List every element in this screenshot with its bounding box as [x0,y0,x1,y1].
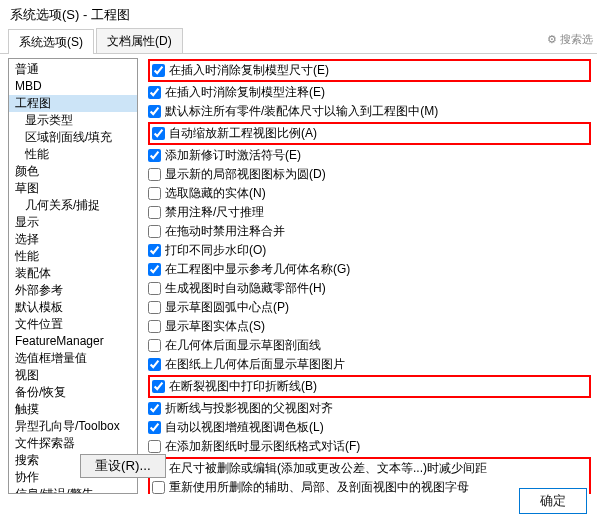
sidebar-item-6[interactable]: 颜色 [9,163,137,180]
sidebar-item-21[interactable]: 异型孔向导/Toolbox [9,418,137,435]
sidebar-item-1[interactable]: MBD [9,78,137,95]
option-checkbox-16[interactable] [152,380,165,393]
option-label-14: 在几何体后面显示草图剖面线 [165,337,321,354]
option-checkbox-18[interactable] [148,421,161,434]
option-label-18: 自动以视图增殖视图调色板(L) [165,419,324,436]
sidebar-item-5[interactable]: 性能 [9,146,137,163]
option-label-16: 在断裂视图中打印折断线(B) [169,378,317,395]
option-row-9: 打印不同步水印(O) [148,241,591,260]
option-row-3: 自动缩放新工程视图比例(A) [152,124,587,143]
option-label-12: 显示草图圆弧中心点(P) [165,299,289,316]
option-checkbox-14[interactable] [148,339,161,352]
option-checkbox-2[interactable] [148,105,161,118]
tab-doc-properties[interactable]: 文档属性(D) [96,28,183,53]
sidebar-item-22[interactable]: 文件探索器 [9,435,137,452]
ok-button[interactable]: 确定 [519,488,587,514]
option-label-2: 默认标注所有零件/装配体尺寸以输入到工程图中(M) [165,103,438,120]
option-checkbox-19[interactable] [148,440,161,453]
option-checkbox-8[interactable] [148,225,161,238]
option-checkbox-9[interactable] [148,244,161,257]
option-label-17: 折断线与投影视图的父视图对齐 [165,400,333,417]
option-label-6: 选取隐藏的实体(N) [165,185,266,202]
option-row-13: 显示草图实体点(S) [148,317,591,336]
option-checkbox-4[interactable] [148,149,161,162]
option-label-20: 在尺寸被删除或编辑(添加或更改公差、文本等...)时减少间距 [169,460,487,477]
option-row-12: 显示草图圆弧中心点(P) [148,298,591,317]
option-row-2: 默认标注所有零件/装配体尺寸以输入到工程图中(M) [148,102,591,121]
sidebar-item-10[interactable]: 选择 [9,231,137,248]
sidebar-item-3[interactable]: 显示类型 [9,112,137,129]
window-title: 系统选项(S) - 工程图 [0,0,597,28]
options-panel: 在插入时消除复制模型尺寸(E)在插入时消除复制模型注释(E)默认标注所有零件/装… [138,54,597,494]
sidebar-item-18[interactable]: 视图 [9,367,137,384]
sidebar-item-11[interactable]: 性能 [9,248,137,265]
tab-system-options[interactable]: 系统选项(S) [8,29,94,54]
highlight-box-c: 在断裂视图中打印折断线(B) [148,375,591,398]
option-checkbox-12[interactable] [148,301,161,314]
option-row-14: 在几何体后面显示草图剖面线 [148,336,591,355]
category-tree: 普通MBD工程图显示类型区域剖面线/填充性能颜色草图几何关系/捕捉显示选择性能装… [8,58,138,494]
highlight-box-a: 在插入时消除复制模型尺寸(E) [148,59,591,82]
option-checkbox-13[interactable] [148,320,161,333]
option-label-13: 显示草图实体点(S) [165,318,265,335]
sidebar-item-2[interactable]: 工程图 [9,95,137,112]
sidebar-item-9[interactable]: 显示 [9,214,137,231]
option-label-21: 重新使用所删除的辅助、局部、及剖面视图中的视图字母 [169,479,469,494]
option-row-17: 折断线与投影视图的父视图对齐 [148,399,591,418]
option-checkbox-7[interactable] [148,206,161,219]
option-row-4: 添加新修订时激活符号(E) [148,146,591,165]
option-label-10: 在工程图中显示参考几何体名称(G) [165,261,350,278]
option-row-0: 在插入时消除复制模型尺寸(E) [152,61,587,80]
option-label-9: 打印不同步水印(O) [165,242,266,259]
option-row-11: 生成视图时自动隐藏零部件(H) [148,279,591,298]
sidebar-item-12[interactable]: 装配体 [9,265,137,282]
sidebar-item-7[interactable]: 草图 [9,180,137,197]
sidebar-item-0[interactable]: 普通 [9,61,137,78]
option-label-3: 自动缩放新工程视图比例(A) [169,125,317,142]
option-row-18: 自动以视图增殖视图调色板(L) [148,418,591,437]
sidebar-item-15[interactable]: 文件位置 [9,316,137,333]
option-row-10: 在工程图中显示参考几何体名称(G) [148,260,591,279]
option-row-5: 显示新的局部视图图标为圆(D) [148,165,591,184]
option-checkbox-6[interactable] [148,187,161,200]
option-checkbox-5[interactable] [148,168,161,181]
option-label-11: 生成视图时自动隐藏零部件(H) [165,280,326,297]
option-row-19: 在添加新图纸时显示图纸格式对话(F) [148,437,591,456]
search-hint[interactable]: 搜索选 [547,32,593,47]
option-checkbox-3[interactable] [152,127,165,140]
option-row-16: 在断裂视图中打印折断线(B) [152,377,587,396]
sidebar-item-13[interactable]: 外部参考 [9,282,137,299]
reset-button[interactable]: 重设(R)... [80,454,166,478]
sidebar-item-17[interactable]: 选值框增量值 [9,350,137,367]
option-label-0: 在插入时消除复制模型尺寸(E) [169,62,329,79]
option-row-7: 禁用注释/尺寸推理 [148,203,591,222]
highlight-box-b: 自动缩放新工程视图比例(A) [148,122,591,145]
option-label-7: 禁用注释/尺寸推理 [165,204,264,221]
option-row-6: 选取隐藏的实体(N) [148,184,591,203]
option-checkbox-21[interactable] [152,481,165,494]
tab-bar: 系统选项(S) 文档属性(D) [0,28,597,54]
option-checkbox-0[interactable] [152,64,165,77]
option-checkbox-10[interactable] [148,263,161,276]
sidebar-item-25[interactable]: 信息/错误/警告 [9,486,137,494]
option-label-19: 在添加新图纸时显示图纸格式对话(F) [165,438,360,455]
option-label-4: 添加新修订时激活符号(E) [165,147,301,164]
option-row-20: 在尺寸被删除或编辑(添加或更改公差、文本等...)时减少间距 [152,459,587,478]
sidebar-item-4[interactable]: 区域剖面线/填充 [9,129,137,146]
sidebar-item-20[interactable]: 触摸 [9,401,137,418]
sidebar-item-14[interactable]: 默认模板 [9,299,137,316]
option-checkbox-1[interactable] [148,86,161,99]
sidebar-item-8[interactable]: 几何关系/捕捉 [9,197,137,214]
option-label-15: 在图纸上几何体后面显示草图图片 [165,356,345,373]
option-row-8: 在拖动时禁用注释合并 [148,222,591,241]
option-label-8: 在拖动时禁用注释合并 [165,223,285,240]
option-checkbox-11[interactable] [148,282,161,295]
option-row-1: 在插入时消除复制模型注释(E) [148,83,591,102]
option-row-15: 在图纸上几何体后面显示草图图片 [148,355,591,374]
option-label-5: 显示新的局部视图图标为圆(D) [165,166,326,183]
sidebar-item-19[interactable]: 备份/恢复 [9,384,137,401]
sidebar-item-16[interactable]: FeatureManager [9,333,137,350]
option-checkbox-15[interactable] [148,358,161,371]
option-label-1: 在插入时消除复制模型注释(E) [165,84,325,101]
option-checkbox-17[interactable] [148,402,161,415]
